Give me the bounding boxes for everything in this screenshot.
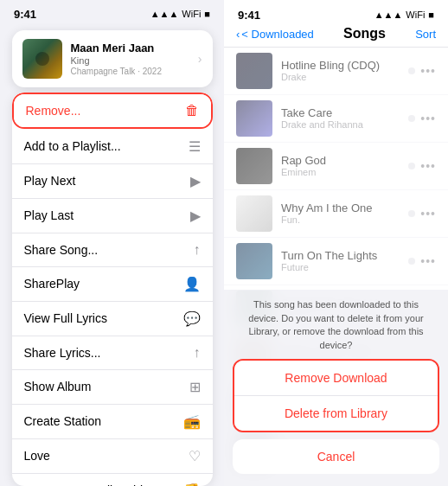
more-button[interactable]: ••• bbox=[420, 64, 436, 78]
download-indicator bbox=[408, 258, 415, 265]
song-title: Hotline Bling (CDQ) bbox=[281, 59, 400, 72]
song-card-artist: King bbox=[71, 55, 189, 66]
status-bar-left: 9:41 ▲▲▲ WiFi ■ bbox=[0, 0, 224, 23]
song-row[interactable]: Why Am I the One Fun. ••• bbox=[224, 190, 448, 238]
status-time-left: 9:41 bbox=[14, 8, 36, 21]
show-album-menu-item[interactable]: Show Album ⊞ bbox=[12, 370, 213, 405]
song-thumbnail bbox=[236, 195, 272, 232]
download-indicator bbox=[408, 210, 415, 217]
remove-menu-item[interactable]: Remove... 🗑 bbox=[14, 94, 211, 127]
song-actions: ••• bbox=[408, 207, 436, 221]
share-song-menu-item[interactable]: Share Song... ↑ bbox=[12, 233, 213, 267]
popup-message: This song has been downloaded to this de… bbox=[233, 290, 439, 359]
song-info: Hotline Bling (CDQ) Drake bbox=[281, 59, 400, 82]
trash-icon: 🗑 bbox=[185, 103, 199, 118]
song-info: Turn On The Lights Future bbox=[281, 249, 400, 272]
add-playlist-label: Add to a Playlist... bbox=[24, 139, 121, 153]
chevron-left-icon: ‹ bbox=[236, 28, 240, 41]
more-button[interactable]: ••• bbox=[420, 112, 436, 125]
play-last-menu-item[interactable]: Play Last ▶ bbox=[12, 199, 213, 233]
more-button[interactable]: ••• bbox=[420, 159, 436, 173]
song-row[interactable]: Rap God Eminem ••• bbox=[224, 143, 448, 190]
delete-from-library-button[interactable]: Delete from Library bbox=[234, 396, 438, 431]
song-actions: ••• bbox=[408, 64, 436, 78]
share-lyrics-icon: ↑ bbox=[194, 345, 201, 361]
song-thumbnail bbox=[236, 243, 272, 279]
back-button[interactable]: ‹ < Downloaded bbox=[236, 28, 314, 41]
navigation-bar: ‹ < Downloaded Songs Sort bbox=[224, 24, 448, 47]
more-button[interactable]: ••• bbox=[420, 254, 436, 268]
more-button[interactable]: ••• bbox=[420, 207, 436, 221]
song-artist: Fun. bbox=[281, 214, 400, 225]
song-info: Rap God Eminem bbox=[281, 154, 400, 177]
share-lyrics-label: Share Lyrics... bbox=[24, 346, 101, 360]
song-artist: Drake bbox=[281, 72, 400, 82]
song-card-art bbox=[22, 39, 62, 79]
view-lyrics-menu-item[interactable]: View Full Lyrics 💬 bbox=[12, 302, 213, 336]
song-actions: ••• bbox=[408, 159, 436, 173]
signal-icon-right: ▲▲▲ bbox=[374, 10, 403, 20]
thumbsdown-icon: 👎 bbox=[183, 483, 201, 486]
download-indicator bbox=[408, 67, 415, 74]
shareplay-menu-item[interactable]: SharePlay 👤 bbox=[12, 267, 213, 302]
delete-popup: This song has been downloaded to this de… bbox=[224, 290, 448, 486]
love-label: Love bbox=[24, 449, 50, 463]
right-panel: 9:41 ▲▲▲ WiFi ■ ‹ < Downloaded Songs Sor… bbox=[224, 0, 448, 486]
create-station-label: Create Station bbox=[24, 414, 102, 428]
song-title: Rap God bbox=[281, 154, 400, 167]
download-indicator bbox=[408, 163, 415, 169]
add-playlist-icon: ☰ bbox=[189, 138, 201, 155]
play-last-label: Play Last bbox=[24, 208, 74, 222]
song-row[interactable]: Turn On The Lights Future ••• bbox=[224, 238, 448, 285]
chevron-right-icon: › bbox=[198, 52, 202, 66]
battery-icon: ■ bbox=[204, 9, 210, 19]
heart-icon: ♡ bbox=[189, 448, 201, 464]
play-next-label: Play Next bbox=[24, 174, 76, 188]
play-last-icon: ▶ bbox=[190, 208, 201, 224]
share-lyrics-menu-item[interactable]: Share Lyrics... ↑ bbox=[12, 336, 213, 370]
sort-button[interactable]: Sort bbox=[415, 28, 436, 41]
suggest-less-menu-item[interactable]: Suggest Less Like This 👎 bbox=[12, 474, 213, 486]
song-title: Why Am I the One bbox=[281, 201, 400, 214]
show-album-label: Show Album bbox=[24, 380, 92, 393]
song-artist: Eminem bbox=[281, 167, 400, 177]
song-row[interactable]: Take Care Drake and Rihanna ••• bbox=[224, 95, 448, 143]
shareplay-label: SharePlay bbox=[24, 277, 80, 291]
status-time-right: 9:41 bbox=[238, 9, 260, 22]
song-row[interactable]: Hotline Bling (CDQ) Drake ••• bbox=[224, 48, 448, 95]
song-thumbnail bbox=[236, 148, 272, 184]
remove-label: Remove... bbox=[26, 104, 81, 118]
remove-section: Remove... 🗑 bbox=[12, 93, 213, 129]
left-panel: 9:41 ▲▲▲ WiFi ■ Maan Meri Jaan King Cham… bbox=[0, 0, 224, 486]
song-artist: Drake and Rihanna bbox=[281, 119, 400, 130]
create-station-menu-item[interactable]: Create Station 📻 bbox=[12, 405, 213, 439]
status-bar-right: 9:41 ▲▲▲ WiFi ■ bbox=[224, 0, 448, 24]
wifi-icon: WiFi bbox=[182, 9, 201, 19]
share-icon: ↑ bbox=[194, 242, 201, 258]
page-title: Songs bbox=[343, 26, 386, 42]
love-menu-item[interactable]: Love ♡ bbox=[12, 439, 213, 474]
song-actions: ••• bbox=[408, 112, 436, 125]
share-song-label: Share Song... bbox=[24, 243, 99, 257]
song-card-album: Champagne Talk · 2022 bbox=[71, 67, 189, 76]
song-card-title: Maan Meri Jaan bbox=[71, 42, 189, 54]
back-label: < Downloaded bbox=[241, 28, 313, 41]
song-card-info: Maan Meri Jaan King Champagne Talk · 202… bbox=[71, 42, 189, 76]
right-content: Hotline Bling (CDQ) Drake ••• Take Care … bbox=[224, 48, 448, 487]
radio-icon: 📻 bbox=[183, 413, 201, 430]
play-next-menu-item[interactable]: Play Next ▶ bbox=[12, 164, 213, 199]
cancel-button[interactable]: Cancel bbox=[233, 439, 439, 474]
signal-icon: ▲▲▲ bbox=[150, 9, 179, 19]
wifi-icon-right: WiFi bbox=[406, 10, 425, 20]
popup-action-buttons: Remove Download Delete from Library bbox=[233, 359, 439, 432]
shareplay-icon: 👤 bbox=[183, 276, 201, 292]
song-info: Take Care Drake and Rihanna bbox=[281, 106, 400, 130]
song-title: Take Care bbox=[281, 106, 400, 119]
remove-download-button[interactable]: Remove Download bbox=[234, 361, 438, 396]
battery-icon-right: ■ bbox=[428, 10, 434, 20]
download-indicator bbox=[408, 115, 415, 122]
song-card[interactable]: Maan Meri Jaan King Champagne Talk · 202… bbox=[12, 30, 213, 87]
song-title: Turn On The Lights bbox=[281, 249, 400, 262]
add-playlist-menu-item[interactable]: Add to a Playlist... ☰ bbox=[12, 130, 213, 164]
status-icons-left: ▲▲▲ WiFi ■ bbox=[150, 9, 210, 19]
